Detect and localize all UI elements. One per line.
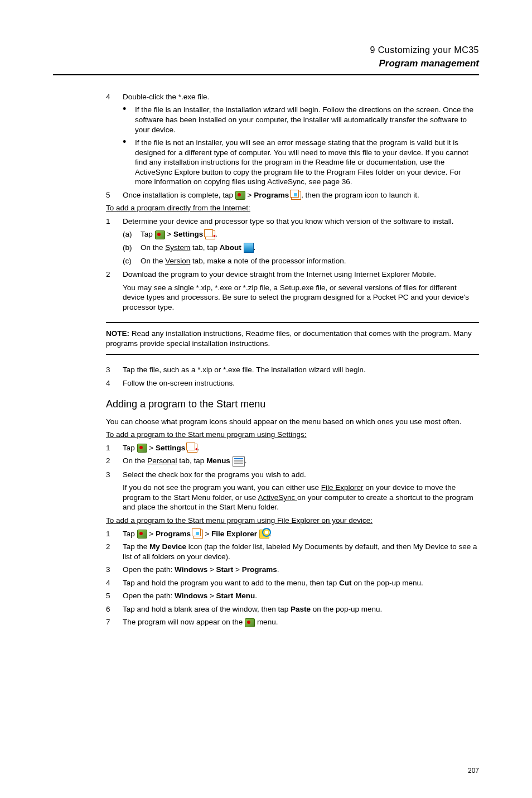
step-number: 1: [106, 443, 123, 453]
fe-step-4: 4 Tap and hold the program you want to a…: [106, 578, 479, 588]
step-text: On the Personal tab, tap Menus .: [123, 456, 479, 466]
text-pre: Open the path:: [123, 565, 175, 574]
step-number: 2: [106, 542, 123, 561]
text-post: on the pop-up menu.: [311, 605, 382, 613]
fe-step-1: 1 Tap > Programs > File Explorer .: [106, 529, 479, 539]
start-icon: [137, 444, 147, 453]
fe-step-5: 5 Open the path: Windows > Start Menu.: [106, 591, 479, 601]
step-text: Tap > Programs > File Explorer .: [123, 529, 479, 539]
step-text: Once installation is complete, tap > Pro…: [123, 190, 479, 200]
step-text: Follow the on-screen instructions.: [123, 378, 479, 388]
step-sub: You may see a single *.xip, *.exe or *.z…: [123, 283, 479, 313]
step-number: 5: [106, 190, 123, 200]
note-label: NOTE:: [106, 329, 129, 338]
gt: >: [207, 592, 216, 600]
windows-label: Windows: [175, 565, 207, 574]
file-explorer-label: File Explorer: [211, 530, 257, 538]
step-text: Open the path: Windows > Start > Program…: [123, 565, 479, 575]
bullet-installer: • If the file is an installer, the insta…: [106, 105, 479, 134]
gt2: >: [233, 565, 241, 574]
substep-label: (b): [123, 243, 141, 253]
settings-icon: [205, 230, 215, 239]
text-end: .: [277, 565, 279, 574]
step-number: 1: [106, 217, 123, 227]
bullet-not-installer: • If the file is not an installer, you w…: [106, 138, 479, 187]
substep-a: (a) Tap > Settings .: [106, 229, 479, 239]
text-post: on the pop-up menu.: [352, 579, 423, 587]
text-mid: >: [165, 230, 173, 238]
step-text: Tap the file, such as a *.xip or *.exe f…: [123, 365, 479, 375]
text-pre: Tap the: [123, 542, 149, 551]
programs-label: Programs: [242, 565, 277, 574]
step-text: Select the check box for the programs yo…: [123, 470, 479, 512]
step-text: Tap and hold the program you want to add…: [123, 578, 479, 588]
fe-step-2: 2 Tap the My Device icon (tap the folder…: [106, 542, 479, 561]
step-number: 3: [106, 365, 123, 375]
text-pre: Tap: [141, 230, 155, 238]
start-menu-label: Start Menu: [216, 592, 255, 600]
note-text: Read any installation instructions, Read…: [106, 329, 472, 348]
page-content: 4 Double-click the *.exe file. • If the …: [53, 92, 479, 627]
file-explorer-icon: [259, 530, 269, 539]
step-text: Open the path: Windows > Start Menu.: [123, 591, 479, 601]
internet-section-head: To add a program directly from the Inter…: [106, 203, 479, 213]
bullet-text: If the file is not an installer, you wil…: [135, 138, 479, 187]
step-text: Double-click the *.exe file.: [123, 92, 479, 102]
bullet-marker: •: [123, 138, 135, 187]
add-step-2: 2 On the Personal tab, tap Menus .: [106, 456, 479, 466]
substep-text: On the System tab, tap About .: [141, 243, 479, 253]
text-pre: On the: [123, 456, 147, 465]
menus-label: Menus: [206, 456, 230, 465]
chapter-title: 9 Customizing your MC35: [53, 45, 479, 56]
activesync-link: ActiveSync: [258, 493, 297, 502]
fe-step-6: 6 Tap and hold a blank area of the windo…: [106, 604, 479, 614]
fe-step-7: 7 The program will now appear on the men…: [106, 617, 479, 627]
text-pre: Open the path:: [123, 592, 175, 600]
settings-icon: [187, 444, 197, 453]
step-5: 5 Once installation is complete, tap > P…: [106, 190, 479, 200]
text-pre: On the: [141, 257, 165, 265]
sub-pre: If you do not see the program you want, …: [123, 483, 321, 492]
my-device-label: My Device: [149, 542, 186, 551]
adding-heading: Adding a program to the Start menu: [106, 398, 479, 411]
section-title: Program management: [53, 57, 479, 70]
internet-step-1: 1 Determine your device and processor ty…: [106, 217, 479, 227]
add-step-1: 1 Tap > Settings .: [106, 443, 479, 453]
adding-intro: You can choose what program icons should…: [106, 417, 479, 427]
text-mid: tab, tap: [190, 243, 220, 252]
substep-text: On the Version tab, make a note of the p…: [141, 256, 479, 266]
substep-label: (c): [123, 256, 141, 266]
internet-step-2: 2 Download the program to your device st…: [106, 270, 479, 312]
step-number: 4: [106, 578, 123, 588]
fe-step-3: 3 Open the path: Windows > Start > Progr…: [106, 565, 479, 575]
start-label: Start: [216, 565, 234, 574]
text-post: tab, make a note of the processor inform…: [190, 257, 346, 265]
text-mid: >: [147, 444, 156, 452]
start-icon: [137, 530, 147, 539]
text-post: menu.: [255, 618, 278, 626]
cut-label: Cut: [339, 579, 352, 587]
file-explorer-link: File Explorer: [321, 483, 364, 492]
gt1: >: [147, 530, 156, 538]
programs-label: Programs: [254, 191, 289, 199]
step-number: 5: [106, 591, 123, 601]
bullet-marker: •: [123, 105, 135, 134]
step-text: The program will now appear on the menu.: [123, 617, 479, 627]
internet-step-4: 4 Follow the on-screen instructions.: [106, 378, 479, 388]
programs-icon: [291, 191, 301, 200]
windows-label: Windows: [175, 592, 207, 600]
settings-label: Settings: [173, 230, 203, 238]
substep-label: (a): [123, 229, 141, 239]
text-end: .: [254, 243, 256, 252]
text-end: .: [245, 456, 247, 465]
step-number: 7: [106, 617, 123, 627]
text-pre: Tap: [123, 444, 137, 452]
step-text: Tap > Settings .: [123, 443, 479, 453]
step-text: Determine your device and processor type…: [123, 217, 479, 227]
add-settings-head: To add a program to the Start menu progr…: [106, 430, 479, 440]
start-icon: [155, 230, 165, 239]
step-text: Download the program to your device stra…: [123, 270, 479, 312]
system-tab-link: System: [165, 243, 190, 252]
substep-c: (c) On the Version tab, make a note of t…: [106, 256, 479, 266]
step-number: 4: [106, 92, 123, 102]
